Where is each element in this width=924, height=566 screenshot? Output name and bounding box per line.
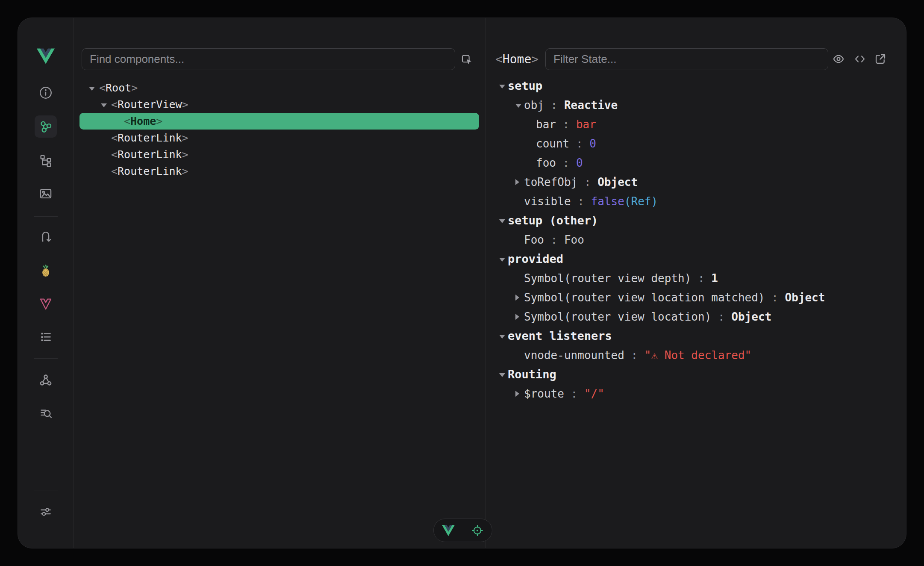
tree-item-home[interactable]: <Home>	[79, 113, 479, 130]
state-section-header[interactable]: setup (other)	[486, 211, 906, 230]
state-section-header[interactable]: Routing	[486, 365, 906, 384]
component-tree: <Root><RouterView><Home><RouterLink><Rou…	[74, 80, 485, 180]
caret-down-icon[interactable]	[101, 102, 111, 107]
key-value-separator: :	[556, 156, 576, 169]
state-row[interactable]: Foo : Foo	[486, 230, 906, 249]
inspect-dom-button[interactable]	[851, 50, 868, 68]
key-value-separator: :	[765, 291, 785, 304]
component-tag: <RouterLink>	[111, 148, 188, 161]
state-value: Reactive	[564, 99, 618, 112]
state-section-header[interactable]: setup	[486, 76, 906, 95]
tree-item-routerview[interactable]: <RouterView>	[79, 96, 479, 113]
state-value: Object	[597, 176, 638, 189]
state-row[interactable]: $route : "/"	[486, 384, 906, 403]
state-row[interactable]: count : 0	[486, 134, 906, 153]
state-key: Symbol(router view location matched)	[524, 291, 765, 304]
state-row[interactable]: vnode-unmounted : "⚠ Not declared"	[486, 345, 906, 365]
state-value: Foo	[564, 233, 584, 246]
open-in-editor-button[interactable]	[872, 50, 889, 68]
caret-down-icon[interactable]	[499, 83, 508, 88]
state-key: obj	[524, 99, 544, 112]
section-label: setup	[508, 79, 542, 92]
tree-item-routerlink[interactable]: <RouterLink>	[79, 163, 479, 180]
components-icon	[38, 119, 53, 134]
state-row[interactable]: toRefObj : Object	[486, 172, 906, 192]
key-value-separator: :	[544, 99, 564, 112]
tree-item-routerlink[interactable]: <RouterLink>	[79, 146, 479, 163]
tab-inspect[interactable]	[35, 403, 57, 425]
route-arrows-icon	[38, 229, 53, 244]
caret-down-icon[interactable]	[499, 256, 508, 262]
caret-right-icon[interactable]	[515, 314, 524, 320]
rail-divider	[34, 490, 58, 490]
caret-right-icon[interactable]	[515, 391, 524, 397]
state-section-header[interactable]: event listeners	[486, 326, 906, 345]
section-label: provided	[508, 252, 563, 265]
select-component-button[interactable]	[456, 48, 477, 70]
find-components-input[interactable]	[82, 48, 455, 70]
caret-down-icon[interactable]	[89, 85, 99, 91]
state-value: (Ref)	[624, 195, 658, 208]
component-tag: <RouterLink>	[111, 165, 188, 177]
state-value: Object	[731, 310, 771, 323]
tab-timeline[interactable]	[35, 225, 57, 248]
vue-logo-icon	[442, 525, 455, 536]
caret-down-icon[interactable]	[499, 218, 508, 223]
tag-open-bracket: <	[495, 52, 503, 66]
state-value: 1	[711, 272, 718, 285]
caret-down-icon[interactable]	[515, 103, 524, 108]
image-icon	[38, 186, 53, 201]
state-value: Object	[785, 291, 825, 304]
state-key: count	[536, 137, 569, 150]
state-key: visible	[524, 195, 571, 208]
state-row[interactable]: Symbol(router view location) : Object	[486, 307, 906, 326]
filter-state-input[interactable]	[545, 48, 828, 70]
state-value: 0	[589, 137, 596, 150]
tab-assets[interactable]	[35, 183, 57, 205]
tab-components[interactable]	[35, 115, 57, 138]
devtools-toggle-button[interactable]	[441, 523, 456, 538]
state-row[interactable]: Symbol(router view depth) : 1	[486, 268, 906, 288]
tab-custom-inspector[interactable]	[35, 369, 57, 391]
selected-component-tag: < Home >	[495, 48, 539, 70]
caret-down-icon[interactable]	[499, 372, 508, 377]
state-key: toRefObj	[524, 176, 577, 189]
pinia-pineapple-icon	[38, 263, 53, 278]
state-row[interactable]: visible : false(Ref)	[486, 192, 906, 211]
state-row[interactable]: obj : Reactive	[486, 95, 906, 115]
component-inspector-icon	[460, 53, 473, 66]
section-label: Routing	[508, 368, 556, 381]
section-label: setup (other)	[508, 214, 598, 227]
scroll-to-component-button[interactable]	[830, 50, 847, 68]
sliders-icon	[38, 504, 53, 519]
tab-pages[interactable]	[35, 149, 57, 171]
state-key: Foo	[524, 233, 544, 246]
devtools-window: <Root><RouterView><Home><RouterLink><Rou…	[18, 18, 906, 548]
caret-right-icon[interactable]	[515, 179, 524, 185]
key-value-separator: :	[544, 233, 564, 246]
caret-right-icon[interactable]	[515, 295, 524, 301]
key-value-separator: :	[556, 118, 576, 131]
tree-item-root[interactable]: <Root>	[79, 80, 479, 96]
tab-pinia[interactable]	[35, 259, 57, 282]
state-value: 0	[576, 156, 583, 169]
state-value: bar	[576, 118, 596, 131]
tab-router[interactable]	[35, 293, 57, 315]
tree-item-routerlink[interactable]: <RouterLink>	[79, 130, 479, 146]
key-value-separator: :	[571, 195, 591, 208]
state-section-header[interactable]: provided	[486, 249, 906, 268]
state-row[interactable]: bar : bar	[486, 115, 906, 134]
state-value: "/"	[584, 387, 604, 400]
component-tag: <Root>	[99, 82, 138, 94]
caret-down-icon[interactable]	[499, 333, 508, 339]
rail-divider	[34, 216, 58, 217]
target-crosshair-icon	[471, 524, 484, 537]
key-value-separator: :	[564, 387, 584, 400]
tab-overview[interactable]	[35, 82, 57, 104]
state-row[interactable]: Symbol(router view location matched) : O…	[486, 288, 906, 307]
settings-button[interactable]	[35, 501, 57, 523]
tab-inspector-list[interactable]	[35, 326, 57, 348]
state-row[interactable]: foo : 0	[486, 153, 906, 172]
floating-toolbar	[433, 519, 492, 542]
inspect-element-button[interactable]	[470, 523, 485, 538]
